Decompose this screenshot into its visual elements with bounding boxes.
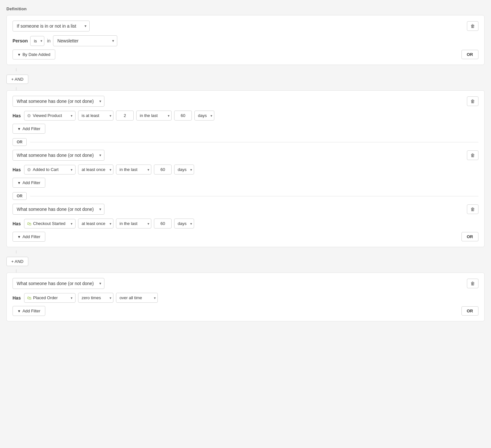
time1-qualifier-wrapper[interactable]: in the last <box>136 111 172 121</box>
sub3-has-row: Has 🛍 Checkout Started at least once in … <box>13 219 478 228</box>
filter-icon-3: ▼ <box>17 235 21 239</box>
event4-wrapper[interactable]: 🛍 Placed Order <box>24 293 76 303</box>
freq4-select[interactable]: zero times <box>78 293 113 303</box>
time2-qualifier-select[interactable]: in the last <box>116 165 151 175</box>
sub-condition-2: What someone has done (or not done) 🗑 Ha… <box>13 150 478 188</box>
freq3-wrapper[interactable]: at least once <box>78 219 113 228</box>
and-button-2[interactable]: + AND <box>6 257 28 266</box>
by-date-added-label: By Date Added <box>22 52 50 57</box>
page-title: Definition <box>6 6 485 11</box>
or-line-1 <box>30 142 478 142</box>
add-filter-btn-2[interactable]: ▼ Add Filter <box>13 178 45 188</box>
block3-type-select-wrapper[interactable]: What someone has done (or not done) <box>13 278 104 289</box>
time1-unit-select[interactable]: days <box>194 111 214 121</box>
time3-qualifier-wrapper[interactable]: in the last <box>116 219 151 228</box>
has-label-4: Has <box>13 295 22 300</box>
block2-or-button[interactable]: OR <box>461 232 479 241</box>
shopify-icon-2: 🛍 <box>27 295 31 300</box>
or-connector-2-3: OR <box>13 192 478 200</box>
sub2-delete-button[interactable]: 🗑 <box>467 150 478 160</box>
filter-icon: ▼ <box>17 53 21 57</box>
sub2-has-row: Has ⚙ Added to Cart at least once in the… <box>13 165 478 175</box>
add-filter-btn-1[interactable]: ▼ Add Filter <box>13 124 45 134</box>
event1-wrapper[interactable]: ⚙ Viewed Product <box>24 111 76 121</box>
has-label-3: Has <box>13 221 22 226</box>
sub1-type-select[interactable]: What someone has done (or not done) <box>13 96 104 107</box>
time3-qualifier-select[interactable]: in the last <box>116 219 151 228</box>
time3-unit-wrapper[interactable]: days <box>174 219 194 228</box>
sub3-type-select-wrapper[interactable]: What someone has done (or not done) <box>13 204 104 215</box>
block1-or-button[interactable]: OR <box>461 50 479 59</box>
and-btn-row-1: + AND <box>6 75 485 84</box>
shopify-icon-1: 🛍 <box>27 221 31 226</box>
time4-qualifier-select[interactable]: over all time <box>116 293 158 303</box>
event2-name: Added to Cart <box>33 167 58 172</box>
time1-value[interactable] <box>174 111 192 121</box>
freq4-wrapper[interactable]: zero times <box>78 293 113 303</box>
freq1-wrapper[interactable]: is at least <box>78 111 113 121</box>
or-badge-2: OR <box>13 192 27 200</box>
time2-unit-wrapper[interactable]: days <box>174 165 194 175</box>
person-condition-select[interactable]: is <box>30 36 44 46</box>
block1-person-row: Person is in Newsletter <box>13 35 478 46</box>
by-date-added-button[interactable]: ▼ By Date Added <box>13 49 55 59</box>
list-value-select[interactable]: Newsletter <box>53 35 117 46</box>
condition-block-2: What someone has done (or not done) 🗑 Ha… <box>6 90 485 247</box>
block3-or-button[interactable]: OR <box>461 306 479 316</box>
freq2-wrapper[interactable]: at least once <box>78 165 113 175</box>
or-badge-1: OR <box>13 138 27 146</box>
block3-type-select[interactable]: What someone has done (or not done) <box>13 278 104 289</box>
block1-type-select[interactable]: If someone is in or not in a list <box>13 21 90 31</box>
in-label: in <box>47 38 50 43</box>
person-condition-wrapper[interactable]: is <box>30 36 44 46</box>
vertical-line-3 <box>16 250 16 254</box>
sub-condition-1: What someone has done (or not done) 🗑 Ha… <box>13 96 478 134</box>
sub3-delete-button[interactable]: 🗑 <box>467 204 478 214</box>
block3-bottom-row: ▼ Add Filter OR <box>13 306 478 316</box>
time3-value[interactable] <box>154 219 172 228</box>
freq2-select[interactable]: at least once <box>78 165 113 175</box>
time2-qualifier-wrapper[interactable]: in the last <box>116 165 151 175</box>
person-label: Person <box>13 38 28 43</box>
event3-wrapper[interactable]: 🛍 Checkout Started <box>24 219 76 228</box>
or-connector-1-2: OR <box>13 138 478 146</box>
time2-value[interactable] <box>154 165 172 175</box>
sub3-type-select[interactable]: What someone has done (or not done) <box>13 204 104 215</box>
trash-icon-2: 🗑 <box>470 99 475 104</box>
list-value-wrapper[interactable]: Newsletter <box>53 35 117 46</box>
add-filter-btn-4[interactable]: ▼ Add Filter <box>13 306 45 316</box>
time2-unit-select[interactable]: days <box>174 165 194 175</box>
and-connector-1 <box>6 68 485 71</box>
block3-delete-button[interactable]: 🗑 <box>467 279 478 288</box>
add-filter-btn-3[interactable]: ▼ Add Filter <box>13 232 45 242</box>
block1-delete-button[interactable]: 🗑 <box>467 21 478 31</box>
sub2-top-row: What someone has done (or not done) 🗑 <box>13 150 478 161</box>
add-filter-label-3: Add Filter <box>22 234 40 239</box>
sub1-top-row: What someone has done (or not done) 🗑 <box>13 96 478 107</box>
time1-unit-wrapper[interactable]: days <box>194 111 214 121</box>
sub2-type-select[interactable]: What someone has done (or not done) <box>13 150 104 161</box>
vertical-line-2 <box>16 87 16 90</box>
time1-qualifier-select[interactable]: in the last <box>136 111 172 121</box>
event2-wrapper[interactable]: ⚙ Added to Cart <box>24 165 76 175</box>
vertical-line-1 <box>16 68 16 71</box>
freq3-select[interactable]: at least once <box>78 219 113 228</box>
condition-block-3: What someone has done (or not done) 🗑 Ha… <box>6 273 485 321</box>
freq1-value[interactable] <box>116 111 134 121</box>
sub2-type-select-wrapper[interactable]: What someone has done (or not done) <box>13 150 104 161</box>
sub1-type-select-wrapper[interactable]: What someone has done (or not done) <box>13 96 104 107</box>
add-filter-label-4: Add Filter <box>22 309 40 313</box>
sub3-bottom-row: ▼ Add Filter OR <box>13 232 478 242</box>
trash-icon-5: 🗑 <box>470 281 475 286</box>
and-btn-row-2: + AND <box>6 257 485 266</box>
block1-bottom-row: ▼ By Date Added OR <box>13 49 478 59</box>
block1-type-select-wrapper[interactable]: If someone is in or not in a list <box>13 21 90 31</box>
time4-qualifier-wrapper[interactable]: over all time <box>116 293 158 303</box>
sub1-delete-button[interactable]: 🗑 <box>467 96 478 106</box>
freq1-select[interactable]: is at least <box>78 111 113 121</box>
and-connector-2 <box>6 250 485 254</box>
time3-unit-select[interactable]: days <box>174 219 194 228</box>
gear-icon-2: ⚙ <box>27 167 31 172</box>
has-label-2: Has <box>13 167 22 172</box>
and-button-1[interactable]: + AND <box>6 75 28 84</box>
